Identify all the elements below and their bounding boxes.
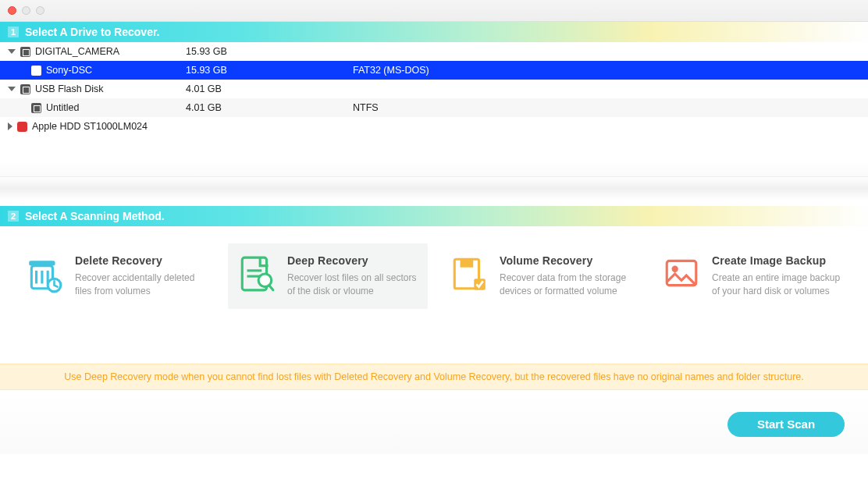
method-title: Create Image Backup	[712, 254, 843, 267]
drive-list: DIGITAL_CAMERA15.93 GBSony-DSC15.93 GBFA…	[0, 42, 868, 136]
method-desc: Recover data from the storage devices or…	[500, 272, 631, 298]
drive-filesystem: FAT32 (MS-DOS)	[353, 65, 868, 76]
window-close-dot[interactable]	[8, 6, 16, 15]
caret-down-icon[interactable]	[8, 49, 16, 54]
mac-titlebar	[0, 0, 868, 22]
drive-device-row[interactable]: Apple HDD ST1000LM024	[0, 117, 868, 136]
section1-step-badge: 1	[8, 27, 19, 37]
method-desc: Create an entire image backup of your ha…	[712, 272, 843, 298]
drive-filesystem: NTFS	[353, 102, 868, 113]
method-desc: Recover lost files on all sectors of the…	[287, 272, 418, 298]
drive-name: Untitled	[46, 102, 79, 113]
drive-name: DIGITAL_CAMERA	[35, 46, 119, 57]
volume-recovery-icon	[450, 254, 489, 293]
window-minimize-dot	[22, 6, 30, 15]
drive-name: Apple HDD ST1000LM024	[32, 121, 148, 132]
caret-right-icon[interactable]	[8, 122, 12, 130]
caret-down-icon[interactable]	[8, 87, 16, 91]
window-zoom-dot	[36, 6, 44, 15]
drive-size: 4.01 GB	[186, 102, 353, 113]
method-title: Volume Recovery	[500, 254, 631, 267]
delete-recovery-icon	[25, 254, 64, 293]
drive-partition-row[interactable]: Sony-DSC15.93 GBFAT32 (MS-DOS)	[0, 61, 868, 80]
section2-title: Select A Scanning Method.	[25, 210, 165, 222]
hint-bar: Use Deep Recovery mode when you cannot f…	[0, 364, 868, 390]
method-title: Delete Recovery	[75, 254, 206, 267]
section1-title: Select A Drive to Recover.	[25, 26, 159, 38]
method-card-delete[interactable]: Delete RecoveryRecover accidentally dele…	[16, 243, 215, 309]
hdd-icon	[17, 122, 27, 132]
usb-drive-icon	[31, 103, 41, 113]
section1-header: 1 Select A Drive to Recover.	[0, 22, 868, 42]
drive-device-row[interactable]: USB Flash Disk4.01 GB	[0, 80, 868, 98]
usb-drive-icon	[31, 66, 41, 76]
spacer-b	[0, 176, 868, 206]
method-card-deep[interactable]: Deep RecoveryRecover lost files on all s…	[228, 243, 428, 309]
usb-drive-icon	[20, 47, 30, 57]
usb-drive-icon	[20, 84, 30, 94]
drive-size: 15.93 GB	[186, 46, 353, 57]
method-card-image[interactable]: Create Image BackupCreate an entire imag…	[653, 243, 852, 309]
drive-partition-row[interactable]: Untitled4.01 GBNTFS	[0, 98, 868, 117]
method-title: Deep Recovery	[287, 254, 418, 267]
drive-size: 15.93 GB	[186, 65, 353, 76]
spacer-a	[0, 136, 868, 176]
drive-device-row[interactable]: DIGITAL_CAMERA15.93 GB	[0, 42, 868, 61]
scan-methods: Delete RecoveryRecover accidentally dele…	[0, 226, 868, 332]
start-scan-button[interactable]: Start Scan	[727, 412, 845, 437]
method-card-volume[interactable]: Volume RecoveryRecover data from the sto…	[440, 243, 640, 309]
image-recovery-icon	[662, 254, 701, 293]
deep-recovery-icon	[237, 254, 276, 293]
drive-size: 4.01 GB	[186, 83, 353, 94]
section2-step-badge: 2	[8, 211, 19, 222]
section2-header: 2 Select A Scanning Method.	[0, 206, 868, 226]
bottom-bar: Start Scan	[0, 390, 868, 454]
method-desc: Recover accidentally deleted files from …	[75, 272, 206, 298]
drive-name: USB Flash Disk	[35, 83, 104, 94]
drive-name: Sony-DSC	[46, 65, 92, 76]
